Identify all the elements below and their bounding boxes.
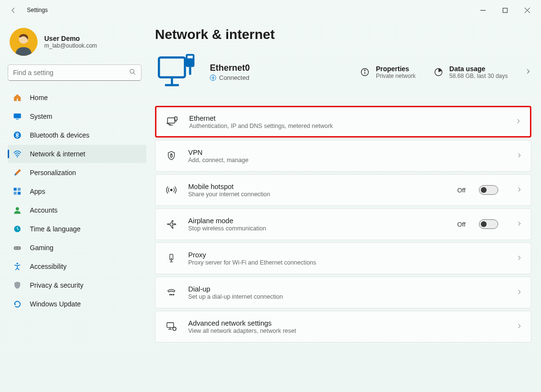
- vpn-icon: [165, 150, 178, 162]
- svg-point-21: [16, 263, 18, 264]
- svg-rect-15: [18, 192, 21, 195]
- time-icon: [13, 224, 22, 234]
- sidebar-item-accounts[interactable]: Accounts: [8, 201, 146, 219]
- properties-link[interactable]: Properties Private network: [360, 65, 416, 79]
- card-title: Mobile hotspot: [188, 183, 447, 190]
- svg-rect-8: [14, 114, 21, 118]
- svg-rect-46: [167, 323, 174, 328]
- airplane-toggle[interactable]: [479, 219, 498, 229]
- card-desc: Proxy server for Wi-Fi and Ethernet conn…: [188, 259, 498, 266]
- page-title: Network & internet: [155, 27, 531, 42]
- sidebar-item-label: Time & language: [30, 225, 80, 233]
- svg-rect-18: [14, 246, 21, 250]
- sidebar-item-accessibility[interactable]: Accessibility: [8, 257, 146, 276]
- sidebar-item-label: Apps: [30, 188, 45, 195]
- chevron-right-icon: [516, 322, 522, 331]
- sidebar-item-gaming[interactable]: Gaming: [8, 239, 146, 257]
- privacy-icon: [13, 280, 22, 290]
- chevron-right-icon: [516, 288, 522, 297]
- card-desc: Authentication, IP and DNS settings, met…: [189, 123, 497, 129]
- user-profile[interactable]: User Demo m_lab@outlook.com: [8, 25, 146, 64]
- search-icon: [129, 68, 136, 77]
- card-desc: Stop wireless communication: [188, 225, 447, 232]
- hotspot-toggle[interactable]: [479, 185, 498, 195]
- airplane-icon: [165, 218, 178, 230]
- back-icon[interactable]: [10, 6, 17, 14]
- close-button[interactable]: [516, 2, 538, 18]
- sidebar-item-bluetooth[interactable]: Bluetooth & devices: [8, 126, 146, 144]
- card-vpn[interactable]: VPN Add, connect, manage: [155, 140, 531, 172]
- card-desc: View all network adapters, network reset: [188, 328, 498, 334]
- main-content: Network & internet Ethernet0 Connected: [149, 20, 541, 392]
- card-title: Proxy: [188, 251, 498, 259]
- card-desc: Share your internet connection: [188, 191, 447, 198]
- sidebar-item-label: Bluetooth & devices: [30, 131, 90, 139]
- toggle-label: Off: [457, 221, 465, 228]
- sidebar-item-time[interactable]: Time & language: [8, 220, 146, 238]
- search-field[interactable]: [13, 69, 129, 76]
- card-airplane[interactable]: Airplane mode Stop wireless communicatio…: [155, 208, 531, 240]
- bluetooth-icon: [13, 130, 22, 140]
- sidebar-item-network[interactable]: Network & internet: [8, 145, 146, 163]
- sidebar-item-label: System: [30, 113, 52, 120]
- card-hotspot[interactable]: Mobile hotspot Share your internet conne…: [155, 174, 531, 206]
- svg-point-19: [15, 248, 16, 249]
- svg-rect-37: [170, 155, 172, 157]
- toggle-label: Off: [457, 187, 465, 194]
- minimize-button[interactable]: [472, 2, 494, 18]
- card-dialup[interactable]: Dial-up Set up a dial-up internet connec…: [155, 277, 531, 308]
- usage-label: Data usage: [450, 65, 508, 73]
- chevron-right-icon: [516, 254, 522, 263]
- chevron-right-icon: [515, 117, 521, 126]
- svg-line-7: [133, 73, 135, 75]
- sidebar-item-home[interactable]: Home: [8, 89, 146, 107]
- user-name: User Demo: [44, 35, 97, 42]
- accounts-icon: [13, 205, 22, 215]
- svg-point-44: [171, 294, 172, 295]
- proxy-icon: [165, 252, 178, 265]
- properties-desc: Private network: [376, 73, 416, 79]
- network-monitor-icon: [155, 50, 199, 94]
- sidebar-item-label: Accessibility: [30, 263, 66, 270]
- dialup-icon: [165, 286, 178, 299]
- card-ethernet[interactable]: Ethernet Authentication, IP and DNS sett…: [155, 106, 531, 138]
- sidebar-item-label: Gaming: [30, 244, 53, 252]
- card-title: Dial-up: [188, 285, 498, 293]
- sidebar-item-system[interactable]: System: [8, 107, 146, 126]
- card-advanced[interactable]: Advanced network settings View all netwo…: [155, 311, 531, 342]
- ethernet-icon: [166, 115, 179, 128]
- sidebar-item-personalization[interactable]: Personalization: [8, 164, 146, 182]
- sidebar-item-label: Network & internet: [30, 150, 85, 158]
- window-title: Settings: [27, 7, 48, 13]
- svg-point-38: [170, 189, 172, 191]
- sidebar-item-label: Personalization: [30, 169, 76, 177]
- sidebar-item-privacy[interactable]: Privacy & security: [8, 276, 146, 294]
- chevron-right-icon: [516, 152, 522, 160]
- sidebar-item-label: Windows Update: [30, 300, 81, 308]
- sidebar-item-label: Privacy & security: [30, 281, 83, 289]
- svg-rect-14: [14, 192, 17, 195]
- title-bar: Settings: [0, 0, 541, 20]
- card-desc: Set up a dial-up internet connection: [188, 293, 498, 300]
- card-title: VPN: [188, 149, 498, 156]
- svg-point-43: [169, 294, 170, 295]
- globe-icon: [210, 75, 216, 81]
- card-proxy[interactable]: Proxy Proxy server for Wi-Fi and Etherne…: [155, 242, 531, 274]
- sidebar-item-update[interactable]: Windows Update: [8, 295, 146, 313]
- connection-status: Connected: [219, 74, 249, 81]
- svg-rect-32: [167, 118, 175, 123]
- accessibility-icon: [13, 262, 22, 271]
- home-icon: [13, 93, 22, 102]
- apps-icon: [13, 187, 22, 196]
- chevron-right-icon[interactable]: [525, 68, 531, 76]
- svg-point-30: [364, 70, 365, 71]
- svg-rect-1: [503, 8, 507, 13]
- sidebar-item-apps[interactable]: Apps: [8, 182, 146, 201]
- usage-desc: 58.68 GB, last 30 days: [450, 73, 508, 79]
- maximize-button[interactable]: [494, 2, 516, 18]
- search-input[interactable]: [8, 64, 142, 81]
- svg-rect-26: [188, 56, 193, 58]
- svg-point-16: [16, 207, 19, 211]
- data-usage-link[interactable]: Data usage 58.68 GB, last 30 days: [433, 65, 508, 79]
- chevron-right-icon: [516, 186, 522, 194]
